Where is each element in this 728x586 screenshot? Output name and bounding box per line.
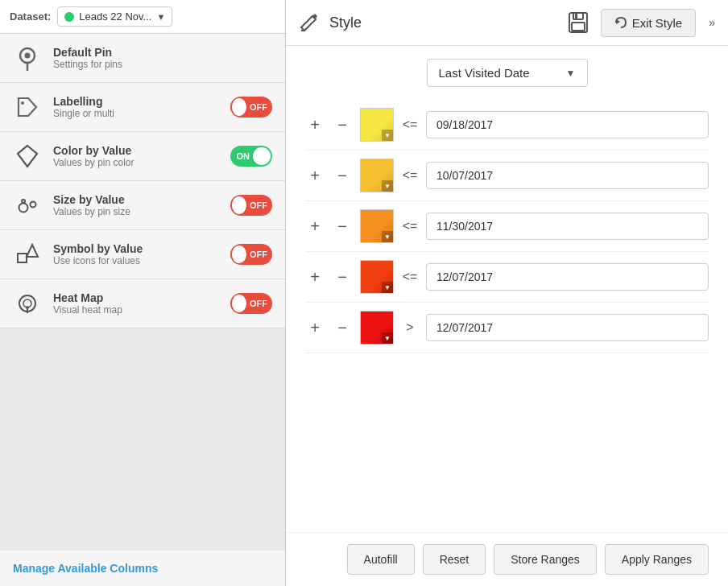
labelling-title: Labelling: [53, 95, 219, 108]
dataset-value: Leads 22 Nov...: [79, 10, 151, 23]
field-dropdown[interactable]: Last Visited Date ▼: [427, 59, 588, 87]
sidebar-item-default-pin[interactable]: Default Pin Settings for pins: [0, 34, 285, 83]
range-value-input[interactable]: [426, 314, 709, 341]
range-add-button[interactable]: +: [305, 217, 325, 236]
manage-columns-link[interactable]: Manage Available Columns: [0, 551, 285, 586]
symbol-by-value-content: Symbol by Value Use icons for values: [53, 242, 219, 266]
range-add-button[interactable]: +: [305, 318, 325, 337]
heat-map-toggle-off-label: OFF: [250, 299, 267, 308]
circles-icon: [13, 191, 42, 220]
size-by-value-toggle-off-label: OFF: [250, 200, 267, 210]
svg-point-12: [26, 306, 29, 309]
labelling-subtitle: Single or multi: [53, 108, 219, 119]
svg-point-5: [19, 204, 28, 213]
heat-map-subtitle: Visual heat map: [53, 304, 219, 316]
color-swatch[interactable]: ▼: [360, 108, 394, 142]
range-row: + − ▼ >: [305, 303, 709, 353]
sidebar-item-labelling[interactable]: Labelling Single or multi ON OFF: [0, 83, 285, 132]
labelling-toggle-off-label: OFF: [250, 102, 267, 112]
heat-map-toggle-knob: [232, 295, 246, 312]
swatch-dropdown-icon: ▼: [382, 282, 393, 293]
default-pin-subtitle: Settings for pins: [53, 59, 272, 70]
heat-map-toggle[interactable]: ON OFF: [230, 293, 272, 314]
color-by-value-toggle[interactable]: ON OFF: [230, 146, 272, 167]
labelling-content: Labelling Single or multi: [53, 95, 219, 119]
sidebar-items: Default Pin Settings for pins Labelling …: [0, 34, 285, 551]
swatch-dropdown-icon: ▼: [382, 130, 393, 141]
color-swatch[interactable]: ▼: [360, 159, 394, 192]
range-remove-button[interactable]: −: [333, 115, 352, 134]
apply-ranges-button[interactable]: Apply Ranges: [605, 544, 709, 575]
style-pencil-icon: [299, 11, 321, 34]
color-by-value-toggle-knob: [253, 147, 271, 165]
panel-header: Style Exit Style »: [286, 0, 728, 46]
labelling-toggle[interactable]: ON OFF: [230, 97, 272, 118]
range-value-input[interactable]: [426, 111, 709, 138]
autofill-button[interactable]: Autofill: [347, 544, 415, 575]
range-remove-button[interactable]: −: [333, 166, 352, 185]
sidebar-item-size-by-value[interactable]: Size by Value Values by pin size ON OFF: [0, 181, 285, 230]
panel-title: Style: [329, 14, 556, 31]
field-dropdown-arrow-icon: ▼: [566, 68, 576, 79]
sidebar-item-symbol-by-value[interactable]: Symbol by Value Use icons for values ON …: [0, 230, 285, 279]
range-add-button[interactable]: +: [305, 166, 325, 185]
svg-point-6: [31, 202, 36, 208]
dataset-dot: [64, 12, 74, 22]
range-remove-button[interactable]: −: [333, 318, 352, 337]
sidebar-item-heat-map[interactable]: Heat Map Visual heat map ON OFF: [0, 279, 285, 328]
heat-map-title: Heat Map: [53, 291, 219, 304]
right-panel: Style Exit Style » Last Visited Date ▼: [286, 0, 728, 586]
svg-point-3: [21, 101, 24, 105]
range-add-button[interactable]: +: [305, 115, 325, 134]
range-rows: + − ▼ <= + − ▼ <= + − ▼ <= + −: [305, 100, 709, 353]
exit-style-button[interactable]: Exit Style: [601, 9, 697, 37]
size-by-value-title: Size by Value: [53, 193, 219, 206]
svg-marker-19: [616, 19, 620, 24]
save-button[interactable]: [564, 8, 593, 37]
color-by-value-toggle-on-label: ON: [237, 151, 250, 161]
range-row: + − ▼ <=: [305, 151, 709, 201]
dataset-arrow-icon: ▼: [156, 12, 165, 22]
svg-marker-9: [27, 245, 38, 257]
svg-rect-18: [575, 14, 577, 19]
dataset-select[interactable]: Leads 22 Nov... ▼: [57, 6, 172, 27]
symbol-by-value-toggle-off-label: OFF: [250, 250, 267, 259]
default-pin-title: Default Pin: [53, 46, 272, 59]
sidebar-item-color-by-value[interactable]: Color by Value Values by pin color ON OF…: [0, 132, 285, 181]
range-operator: <=: [402, 270, 418, 284]
range-value-input[interactable]: [426, 263, 709, 291]
size-by-value-toggle[interactable]: ON OFF: [230, 195, 272, 216]
range-value-input[interactable]: [426, 213, 709, 240]
svg-marker-4: [18, 146, 37, 167]
diamond-icon: [13, 142, 42, 171]
symbol-by-value-subtitle: Use icons for values: [53, 255, 219, 266]
dataset-label: Dataset:: [10, 10, 51, 23]
symbol-by-value-toggle[interactable]: ON OFF: [230, 244, 272, 265]
range-add-button[interactable]: +: [305, 267, 325, 287]
reset-button[interactable]: Reset: [423, 544, 486, 575]
range-row: + − ▼ <=: [305, 201, 709, 252]
svg-point-7: [22, 200, 25, 203]
exit-style-label: Exit Style: [632, 16, 683, 30]
default-pin-content: Default Pin Settings for pins: [53, 46, 272, 70]
svg-point-1: [25, 53, 31, 59]
color-swatch[interactable]: ▼: [360, 209, 394, 243]
color-by-value-content: Color by Value Values by pin color: [53, 144, 219, 168]
range-operator: <=: [402, 219, 418, 233]
symbol-by-value-title: Symbol by Value: [53, 242, 219, 255]
panel-footer: Autofill Reset Store Ranges Apply Ranges: [286, 532, 728, 586]
size-by-value-subtitle: Values by pin size: [53, 206, 219, 217]
svg-rect-16: [573, 13, 583, 19]
heat-map-content: Heat Map Visual heat map: [53, 291, 219, 316]
svg-rect-8: [18, 254, 27, 262]
color-by-value-subtitle: Values by pin color: [53, 157, 219, 168]
color-by-value-title: Color by Value: [53, 144, 219, 157]
range-value-input[interactable]: [426, 162, 709, 189]
range-operator: <=: [402, 118, 418, 132]
pin-icon: [13, 43, 42, 72]
range-remove-button[interactable]: −: [333, 217, 352, 236]
color-swatch[interactable]: ▼: [360, 260, 394, 294]
color-swatch[interactable]: ▼: [360, 311, 394, 345]
store-ranges-button[interactable]: Store Ranges: [494, 544, 597, 575]
range-remove-button[interactable]: −: [333, 267, 352, 287]
